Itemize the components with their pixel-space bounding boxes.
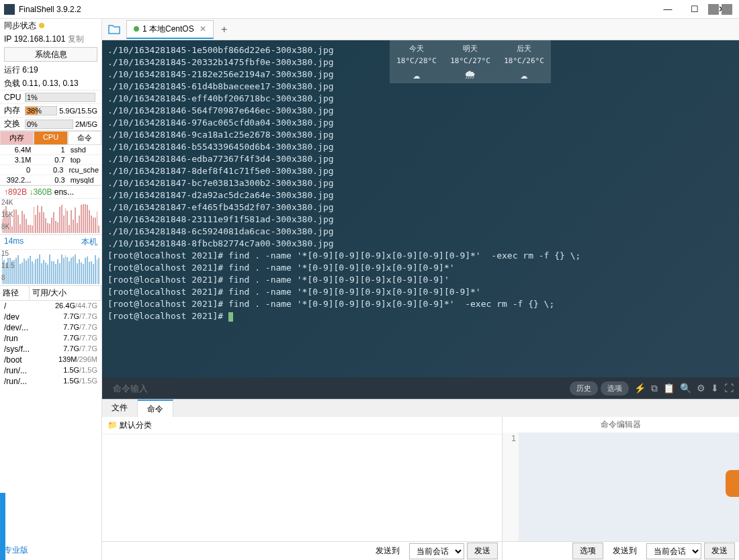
sidebar: 同步状态 IP 192.168.1.101 复制 系统信息 运行 6:19 负载… bbox=[0, 19, 102, 560]
status-dot-icon bbox=[39, 23, 44, 28]
grid-view-icon[interactable] bbox=[708, 4, 719, 15]
terminal-line: [root@localhost 2021]# find . -name '*[0… bbox=[107, 274, 734, 286]
category-default[interactable]: 📁 默认分类 bbox=[102, 417, 502, 434]
terminal-line: [root@localhost 2021]# find . -name '*[0… bbox=[107, 262, 734, 274]
app-icon bbox=[4, 4, 15, 15]
fullscreen-icon[interactable]: ⛶ bbox=[724, 383, 734, 393]
path-row[interactable]: /run/...1.5G/1.5G bbox=[0, 365, 101, 376]
path-row[interactable]: /26.4G/44.7G bbox=[0, 301, 101, 312]
terminal-line: ./10/1634281847-d2a92ac5dc2a64e-300x380.… bbox=[107, 189, 734, 201]
command-bar: 历史 选项 ⚡ ⧉ 📋 🔍 ⚙ ⬇ ⛶ bbox=[102, 377, 739, 399]
send-button[interactable]: 发送 bbox=[467, 543, 498, 559]
bolt-icon[interactable]: ⚡ bbox=[634, 383, 646, 393]
weather-day: 今天18°C/28°C☁ bbox=[390, 40, 443, 83]
swap-meter: 交换 0% 2M/5G bbox=[0, 117, 101, 130]
taskbar-fragment bbox=[0, 493, 5, 560]
session-select[interactable]: 当前会话 bbox=[409, 543, 464, 559]
latency-row: 14ms 本机 bbox=[0, 234, 101, 249]
tab-command[interactable]: 命令 bbox=[138, 400, 173, 417]
path-row[interactable]: /boot139M/296M bbox=[0, 355, 101, 365]
process-row[interactable]: 3.1M0.7top bbox=[0, 155, 101, 165]
add-tab-button[interactable]: + bbox=[216, 21, 232, 38]
terminal-line: ./10/1634281848-6c5924081da6cac-300x380.… bbox=[107, 226, 734, 238]
terminal-line: ./10/1634281846-9ca18a1c25e2678-300x380.… bbox=[107, 129, 734, 141]
terminal-line: ./10/1634281846-b5543396450d6b4-300x380.… bbox=[107, 141, 734, 153]
load-row: 负载 0.11, 0.13, 0.13 bbox=[0, 77, 101, 90]
titlebar: FinalShell 3.9.2.2 — ☐ ✕ bbox=[0, 0, 739, 19]
sendto-label: 发送到 bbox=[369, 543, 406, 559]
terminal-line: [root@localhost 2021]# find . -name '*[0… bbox=[107, 298, 734, 310]
cursor-icon bbox=[228, 312, 233, 322]
options-button-2[interactable]: 选项 bbox=[572, 543, 603, 559]
copy-icon[interactable]: ⧉ bbox=[651, 383, 658, 394]
bottom-panel: 文件 命令 📁 默认分类 发送到 当前会话 发送 命令编辑器 1 bbox=[102, 399, 739, 560]
terminal-line: ./10/1634281845-eff40bf206718bc-300x380.… bbox=[107, 93, 734, 105]
session-select-2[interactable]: 当前会话 bbox=[646, 543, 701, 559]
process-row[interactable]: 00.3rcu_sche bbox=[0, 165, 101, 175]
terminal-line: ./10/1634281847-ef465fb435d2f07-300x380.… bbox=[107, 201, 734, 214]
path-row[interactable]: /run/...1.5G/1.5G bbox=[0, 376, 101, 387]
copy-ip-button[interactable]: 复制 bbox=[68, 34, 84, 45]
editor-textarea[interactable] bbox=[519, 432, 739, 541]
tabbar: 1 本地CentOS ✕ + bbox=[102, 19, 739, 40]
editor-title: 命令编辑器 bbox=[503, 417, 739, 432]
options-button[interactable]: 选项 bbox=[601, 381, 629, 395]
terminal[interactable]: 今天18°C/28°C☁明天18°C/27°C🌧后天18°C/26°C☁ ./1… bbox=[102, 40, 739, 377]
terminal-line: ./10/1634281846-edba77367f4f3d4-300x380.… bbox=[107, 153, 734, 165]
line-gutter: 1 bbox=[503, 432, 519, 541]
path-row[interactable]: /dev7.7G/7.7G bbox=[0, 312, 101, 322]
paste-icon[interactable]: 📋 bbox=[663, 383, 675, 393]
network-sparkline: 24K 16K 8K bbox=[0, 198, 101, 234]
command-input[interactable] bbox=[107, 383, 567, 393]
weather-day: 后天18°C/26°C☁ bbox=[497, 40, 551, 83]
weather-day: 明天18°C/27°C🌧 bbox=[443, 40, 497, 83]
gear-icon[interactable]: ⚙ bbox=[697, 383, 705, 393]
terminal-line: ./10/1634281848-8fbcb82774c7a00-300x380.… bbox=[107, 238, 734, 250]
send-button-2[interactable]: 发送 bbox=[704, 543, 735, 559]
sync-status: 同步状态 bbox=[0, 19, 101, 32]
close-tab-icon[interactable]: ✕ bbox=[200, 24, 206, 34]
terminal-line: ./10/1634281848-23111e9f1f581ad-300x380.… bbox=[107, 214, 734, 226]
terminal-line: [root@localhost 2021]# find . -name '*[0… bbox=[107, 286, 734, 298]
terminal-line: ./10/1634281847-8def8f41c71f5e0-300x380.… bbox=[107, 165, 734, 177]
ip-value: 192.168.1.101 bbox=[14, 34, 66, 44]
status-dot-icon bbox=[134, 26, 139, 32]
maximize-button[interactable]: ☐ bbox=[681, 1, 708, 17]
process-row[interactable]: 392.2...0.3mysqld bbox=[0, 175, 101, 185]
pro-link[interactable]: 专业版 bbox=[0, 541, 101, 560]
folder-icon[interactable] bbox=[106, 23, 122, 36]
path-header: 路径 可用/大小 bbox=[0, 285, 101, 301]
edge-widget-icon[interactable] bbox=[726, 470, 739, 497]
command-list[interactable] bbox=[102, 434, 502, 541]
mem-meter: 内存 38% 5.9G/15.5G bbox=[0, 103, 101, 117]
cpu-meter: CPU 1% bbox=[0, 90, 101, 103]
tab-centos[interactable]: 1 本地CentOS ✕ bbox=[126, 20, 214, 39]
path-row[interactable]: /dev/...7.7G/7.7G bbox=[0, 322, 101, 333]
download-icon[interactable]: ⬇ bbox=[711, 383, 719, 393]
view-buttons[interactable] bbox=[708, 4, 732, 15]
sysinfo-button[interactable]: 系统信息 bbox=[4, 47, 97, 62]
list-view-icon[interactable] bbox=[722, 4, 732, 15]
process-header: 内存 CPU 命令 bbox=[0, 130, 101, 145]
process-row[interactable]: 6.4M1sshd bbox=[0, 145, 101, 155]
tab-file[interactable]: 文件 bbox=[102, 400, 138, 417]
path-row[interactable]: /sys/f...7.7G/7.7G bbox=[0, 344, 101, 355]
terminal-line: ./10/1634281846-976ac065cfd0a04-300x380.… bbox=[107, 117, 734, 129]
weather-widget: 今天18°C/28°C☁明天18°C/27°C🌧后天18°C/26°C☁ bbox=[390, 40, 551, 83]
terminal-line: [root@localhost 2021]# find . -name '*[0… bbox=[107, 250, 734, 262]
search-icon[interactable]: 🔍 bbox=[680, 383, 691, 393]
terminal-line: ./10/1634281847-bc7e03813a300b2-300x380.… bbox=[107, 177, 734, 189]
app-title: FinalShell 3.9.2.2 bbox=[19, 5, 654, 14]
path-row[interactable]: /run7.7G/7.7G bbox=[0, 333, 101, 344]
terminal-line: ./10/1634281846-564f70987e646ec-300x380.… bbox=[107, 105, 734, 117]
ip-row: IP 192.168.1.101 复制 bbox=[0, 32, 101, 46]
minimize-button[interactable]: — bbox=[654, 1, 681, 17]
uptime-row: 运行 6:19 bbox=[0, 63, 101, 77]
latency-sparkline: 15 11.5 8 bbox=[0, 249, 101, 285]
history-button[interactable]: 历史 bbox=[570, 381, 598, 395]
network-row: ↑892B ↓360B ens... bbox=[0, 185, 101, 198]
